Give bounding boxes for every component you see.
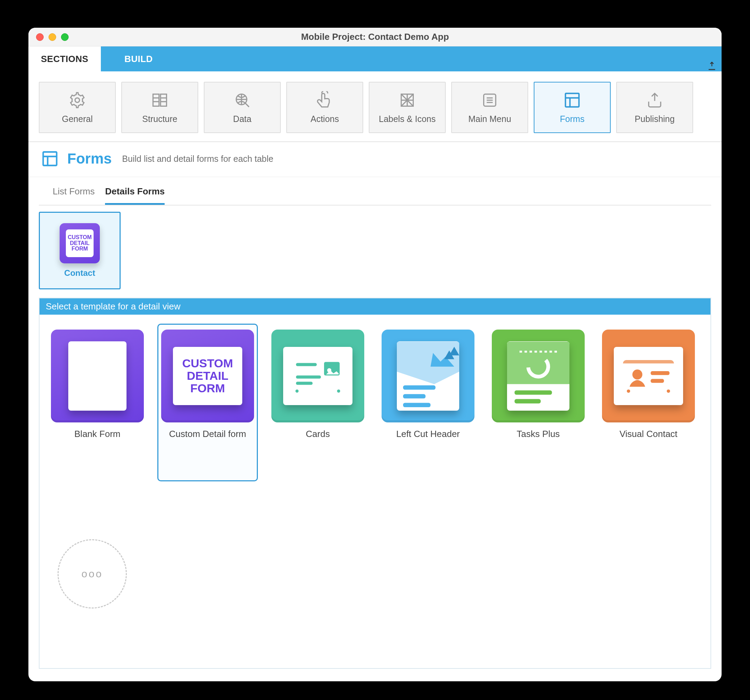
nav-general[interactable]: General <box>39 82 116 133</box>
template-tasks-plus[interactable]: Tasks Plus <box>488 324 589 481</box>
nav-label: General <box>62 114 93 124</box>
layout-icon <box>563 91 581 109</box>
template-label: Custom Detail form <box>169 429 246 439</box>
svg-rect-1 <box>153 94 159 106</box>
template-label: Cards <box>306 429 330 439</box>
cards-icon <box>283 347 352 405</box>
nav-publishing[interactable]: Publishing <box>616 82 693 133</box>
nav-forms[interactable]: Forms <box>534 82 611 133</box>
template-tile: CUSTOM DETAIL FORM <box>161 330 254 422</box>
tasks-plus-icon <box>507 341 569 411</box>
table-card-contact[interactable]: CUSTOM DETAIL FORM Contact <box>39 212 121 289</box>
visual-contact-icon <box>614 347 683 405</box>
publish-icon <box>645 91 664 109</box>
app-window: Mobile Project: Contact Demo App SECTION… <box>28 28 722 681</box>
template-left-cut-header[interactable]: Left Cut Header <box>378 324 478 481</box>
custom-detail-form-chip: CUSTOM DETAIL FORM <box>66 229 94 257</box>
svg-rect-26 <box>650 371 669 375</box>
svg-point-28 <box>627 389 630 393</box>
nav-label: Labels & Icons <box>379 114 436 124</box>
tap-icon <box>316 91 334 109</box>
svg-rect-19 <box>403 403 430 407</box>
svg-point-0 <box>75 98 80 102</box>
svg-rect-22 <box>515 390 552 395</box>
tables-icon <box>151 91 169 109</box>
more-icon: ooo <box>81 568 103 580</box>
template-grid: Blank Form CUSTOM DETAIL FORM Custom Det… <box>40 315 710 668</box>
svg-point-14 <box>337 390 340 393</box>
left-cut-header-icon <box>397 341 459 411</box>
svg-point-29 <box>667 389 670 393</box>
nav-label: Data <box>233 114 252 124</box>
top-tabs: SECTIONS BUILD <box>28 46 722 71</box>
menu-icon <box>481 91 499 109</box>
template-visual-contact[interactable]: Visual Contact <box>598 324 699 481</box>
page-subtitle: Build list and detail forms for each tab… <box>122 154 273 164</box>
table-label: Contact <box>64 268 95 278</box>
titlebar: Mobile Project: Contact Demo App <box>28 28 722 46</box>
svg-rect-10 <box>296 382 313 385</box>
nav-actions[interactable]: Actions <box>286 82 363 133</box>
blank-page-icon <box>68 341 126 411</box>
nav-main-menu[interactable]: Main Menu <box>451 82 528 133</box>
tab-list-forms[interactable]: List Forms <box>53 181 95 205</box>
template-tile <box>51 330 144 422</box>
template-tile <box>271 330 364 422</box>
template-tile <box>492 330 585 422</box>
tab-sections[interactable]: SECTIONS <box>28 46 101 71</box>
svg-rect-18 <box>403 394 426 399</box>
template-panel-header: Select a template for a detail view <box>40 298 710 315</box>
tables-row: CUSTOM DETAIL FORM Contact <box>28 206 722 293</box>
template-label: Blank Form <box>75 429 121 439</box>
layout-icon <box>41 150 59 168</box>
template-cards[interactable]: Cards <box>267 324 368 481</box>
custom-detail-form-icon: CUSTOM DETAIL FORM <box>173 347 242 405</box>
grid-icon <box>398 91 416 109</box>
forms-header: Forms Build list and detail forms for ea… <box>28 142 722 177</box>
nav-label: Actions <box>310 114 339 124</box>
nav-label: Publishing <box>635 114 675 124</box>
svg-rect-24 <box>623 360 674 392</box>
template-label: Left Cut Header <box>396 429 460 439</box>
svg-rect-27 <box>650 379 664 382</box>
table-thumb: CUSTOM DETAIL FORM <box>60 223 100 263</box>
nav-structure[interactable]: Structure <box>121 82 198 133</box>
section-nav: General Structure Data <box>28 71 722 142</box>
svg-rect-8 <box>296 363 317 366</box>
svg-point-13 <box>296 390 299 393</box>
svg-rect-23 <box>515 399 541 404</box>
window-title: Mobile Project: Contact Demo App <box>28 32 722 42</box>
template-blank-form[interactable]: Blank Form <box>47 324 148 481</box>
svg-point-25 <box>633 369 642 379</box>
template-label: Tasks Plus <box>517 429 560 439</box>
template-custom-detail-form[interactable]: CUSTOM DETAIL FORM Custom Detail form <box>157 324 258 481</box>
nav-labels-icons[interactable]: Labels & Icons <box>369 82 446 133</box>
svg-rect-6 <box>566 93 579 107</box>
data-globe-icon <box>233 91 251 109</box>
nav-label: Main Menu <box>468 114 511 124</box>
template-tile <box>381 330 475 422</box>
svg-rect-7 <box>43 152 57 166</box>
svg-rect-2 <box>160 94 166 106</box>
svg-rect-9 <box>296 376 321 379</box>
template-tile <box>602 330 695 422</box>
svg-rect-17 <box>403 385 436 390</box>
upload-icon[interactable] <box>705 58 718 71</box>
nav-label: Structure <box>142 114 177 124</box>
template-panel: Select a template for a detail view Blan… <box>39 298 711 669</box>
template-label: Visual Contact <box>619 429 677 439</box>
page-title: Forms <box>67 150 112 167</box>
nav-data[interactable]: Data <box>204 82 281 133</box>
tab-build[interactable]: BUILD <box>101 46 722 71</box>
gear-icon <box>68 91 86 109</box>
forms-subtabs: List Forms Details Forms <box>39 177 711 206</box>
more-templates-button[interactable]: ooo <box>57 539 127 608</box>
tab-details-forms[interactable]: Details Forms <box>105 181 164 205</box>
nav-label: Forms <box>560 114 585 124</box>
